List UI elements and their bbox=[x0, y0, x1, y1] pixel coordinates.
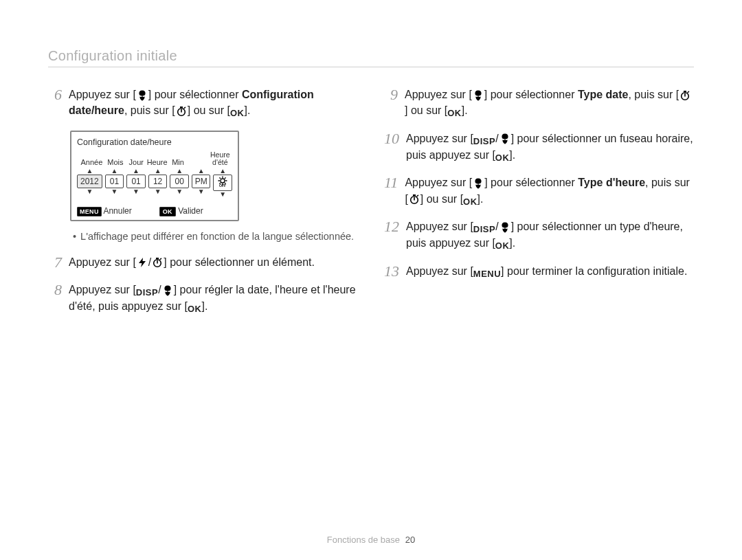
step-10: 10 Appuyez sur [DISP/] pour sélectionner… bbox=[384, 131, 694, 164]
menu-key: MENU bbox=[473, 269, 501, 280]
step-number: 13 bbox=[384, 263, 399, 280]
ok-key: OK bbox=[188, 304, 202, 315]
page-title: Configuration initiale bbox=[48, 48, 694, 64]
chevron-down-icon[interactable]: ▼ bbox=[219, 191, 226, 198]
label-month: Mois bbox=[105, 158, 126, 166]
macro-icon bbox=[499, 222, 510, 233]
step-11: 11 Appuyez sur [] pour sélectionner Type… bbox=[384, 175, 694, 208]
timer-icon bbox=[409, 194, 420, 205]
step-body: Appuyez sur [] pour sélectionner Type d'… bbox=[405, 175, 694, 208]
confirm-hint: OK Valider bbox=[159, 206, 203, 216]
macro-icon bbox=[137, 90, 148, 101]
text: , puis sur [ bbox=[628, 89, 679, 100]
bullet-icon: • bbox=[73, 231, 76, 242]
ok-key: OK bbox=[495, 153, 510, 164]
spinner-min[interactable]: ▲ 00 ▼ bbox=[170, 168, 189, 198]
spinner-ampm[interactable]: ▲ PM ▼ bbox=[192, 168, 211, 198]
step-body: Appuyez sur [DISP/] pour régler la date,… bbox=[69, 282, 358, 315]
cancel-hint: MENU Annuler bbox=[77, 206, 132, 216]
step-12: 12 Appuyez sur [DISP/] pour sélectionner… bbox=[384, 219, 694, 252]
label-hour: Heure bbox=[146, 158, 167, 166]
value-hour: 12 bbox=[148, 175, 168, 188]
text: Appuyez sur [ bbox=[69, 89, 136, 100]
right-column: 9 Appuyez sur [] pour sélectionner Type … bbox=[384, 87, 694, 326]
screen-title: Configuration date/heure bbox=[77, 137, 232, 147]
screen-footer: MENU Annuler OK Valider bbox=[77, 206, 232, 216]
step-body: Appuyez sur [/] pour sélectionner un élé… bbox=[69, 254, 358, 270]
text: ] pour sélectionner bbox=[484, 177, 578, 188]
text: Valider bbox=[178, 206, 203, 216]
text: Appuyez sur [ bbox=[405, 177, 472, 188]
ok-key: OK bbox=[495, 241, 510, 252]
page-footer: Fonctions de base 20 bbox=[0, 535, 742, 545]
content-columns: 6 Appuyez sur [] pour sélectionner Confi… bbox=[48, 87, 694, 326]
text: , puis sur [ bbox=[124, 104, 175, 116]
page: Configuration initiale 6 Appuyez sur [] … bbox=[0, 0, 742, 560]
chevron-down-icon[interactable]: ▼ bbox=[198, 188, 205, 195]
text: Appuyez sur [ bbox=[405, 89, 472, 100]
step-8: 8 Appuyez sur [DISP/] pour régler la dat… bbox=[48, 282, 358, 315]
text: ] pour sélectionner bbox=[484, 89, 578, 100]
step-body: Appuyez sur [] pour sélectionner Configu… bbox=[69, 87, 358, 120]
text: ] pour terminer la configuration initial… bbox=[501, 265, 687, 277]
chevron-up-icon[interactable]: ▲ bbox=[86, 168, 93, 175]
text: L'affichage peut différer en fonction de… bbox=[80, 231, 354, 242]
disp-key: DISP bbox=[473, 224, 495, 235]
text: ]. bbox=[477, 193, 484, 205]
footer-page-number: 20 bbox=[405, 535, 415, 545]
step-number: 10 bbox=[384, 131, 399, 147]
chevron-down-icon[interactable]: ▼ bbox=[155, 188, 161, 195]
text: ] ou sur [ bbox=[188, 104, 230, 116]
step-number: 7 bbox=[48, 254, 62, 271]
value-dst bbox=[213, 175, 232, 191]
step-number: 12 bbox=[384, 219, 399, 235]
step-body: Appuyez sur [DISP/] pour sélectionner un… bbox=[406, 219, 694, 252]
spinner-dst[interactable]: ▲ ▼ bbox=[213, 168, 232, 198]
menu-key-small: MENU bbox=[77, 207, 102, 216]
text: ]. bbox=[509, 237, 515, 249]
value-ampm: PM bbox=[192, 175, 211, 188]
step-13: 13 Appuyez sur [MENU] pour terminer la c… bbox=[384, 263, 694, 280]
disp-key: DISP bbox=[473, 136, 495, 147]
value-month: 01 bbox=[105, 175, 124, 188]
text: ] ou sur [ bbox=[420, 193, 463, 205]
spinner-row: ▲ 2012 ▼ ▲ 01 ▼ ▲ 01 ▼ ▲ bbox=[77, 168, 232, 198]
step-body: Appuyez sur [MENU] pour terminer la conf… bbox=[406, 263, 694, 280]
left-column: 6 Appuyez sur [] pour sélectionner Confi… bbox=[48, 87, 358, 326]
bold-text: Type d'heure bbox=[578, 177, 645, 188]
chevron-down-icon[interactable]: ▼ bbox=[86, 188, 93, 195]
timer-icon bbox=[176, 106, 187, 117]
spinner-day[interactable]: ▲ 01 ▼ bbox=[126, 168, 146, 198]
step-6: 6 Appuyez sur [] pour sélectionner Confi… bbox=[48, 87, 358, 120]
chevron-down-icon[interactable]: ▼ bbox=[176, 188, 183, 195]
chevron-up-icon[interactable]: ▲ bbox=[176, 168, 183, 175]
chevron-up-icon[interactable]: ▲ bbox=[219, 168, 226, 175]
ok-key: OK bbox=[463, 197, 477, 208]
flash-icon bbox=[137, 257, 148, 268]
chevron-up-icon[interactable]: ▲ bbox=[155, 168, 161, 175]
step-number: 6 bbox=[48, 87, 62, 103]
chevron-down-icon[interactable]: ▼ bbox=[111, 188, 118, 195]
timer-icon bbox=[679, 90, 690, 101]
macro-icon bbox=[499, 133, 510, 144]
text: / bbox=[495, 133, 498, 144]
value-day: 01 bbox=[126, 175, 146, 188]
chevron-down-icon[interactable]: ▼ bbox=[133, 188, 139, 195]
text: Appuyez sur [ bbox=[406, 221, 473, 232]
spinner-hour[interactable]: ▲ 12 ▼ bbox=[148, 168, 168, 198]
chevron-up-icon[interactable]: ▲ bbox=[111, 168, 118, 175]
ok-key: OK bbox=[230, 109, 245, 120]
step-number: 8 bbox=[48, 282, 62, 298]
text: ]. bbox=[509, 149, 515, 161]
macro-icon bbox=[473, 178, 484, 189]
spinner-month[interactable]: ▲ 01 ▼ bbox=[105, 168, 124, 198]
chevron-up-icon[interactable]: ▲ bbox=[198, 168, 205, 175]
step-9: 9 Appuyez sur [] pour sélectionner Type … bbox=[384, 87, 694, 120]
note: •L'affichage peut différer en fonction d… bbox=[73, 231, 358, 242]
text: ] pour sélectionner bbox=[148, 89, 242, 100]
step-body: Appuyez sur [] pour sélectionner Type da… bbox=[405, 87, 694, 120]
chevron-up-icon[interactable]: ▲ bbox=[133, 168, 139, 175]
bold-text: Type date bbox=[578, 89, 629, 100]
spinner-year[interactable]: ▲ 2012 ▼ bbox=[77, 168, 102, 198]
ok-key: OK bbox=[447, 109, 462, 120]
